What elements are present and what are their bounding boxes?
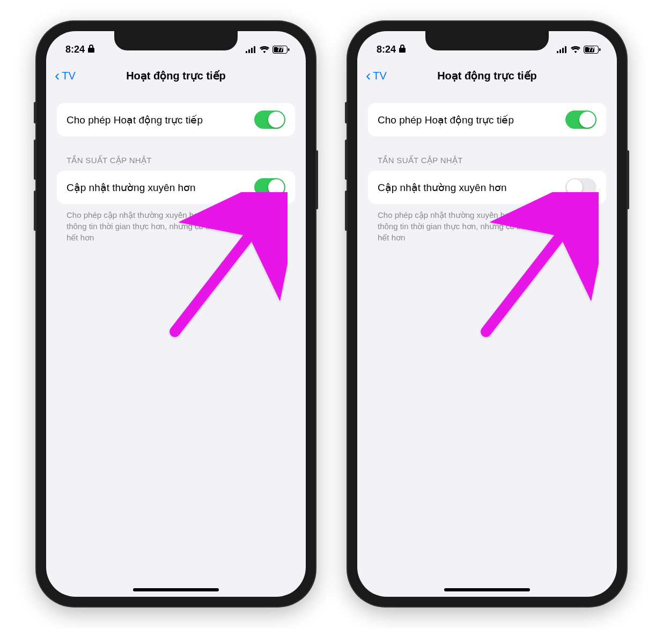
allow-live-activities-group: Cho phép Hoạt động trực tiếp <box>368 103 606 136</box>
screen: 8:24 77 ‹ TV Hoạt <box>46 31 306 597</box>
svg-rect-2 <box>251 48 253 53</box>
phone-volume-down <box>345 191 348 231</box>
more-frequent-updates-row[interactable]: Cập nhật thường xuyên hơn <box>368 171 606 204</box>
home-indicator[interactable] <box>444 588 530 591</box>
more-frequent-updates-toggle[interactable] <box>565 178 596 196</box>
update-frequency-group: Cập nhật thường xuyên hơn <box>368 171 606 204</box>
more-frequent-updates-toggle[interactable] <box>254 178 285 196</box>
more-frequent-updates-label: Cập nhật thường xuyên hơn <box>67 181 196 194</box>
update-frequency-footer: Cho phép cập nhật thường xuyên hơn để có… <box>57 204 295 243</box>
wifi-icon <box>260 46 269 53</box>
navigation-bar: ‹ TV Hoạt động trực tiếp <box>357 61 617 90</box>
more-frequent-updates-label: Cập nhật thường xuyên hơn <box>378 181 507 194</box>
status-time: 8:24 <box>65 44 85 55</box>
update-frequency-footer: Cho phép cập nhật thường xuyên hơn để có… <box>368 204 606 243</box>
notch <box>114 31 238 50</box>
home-indicator[interactable] <box>133 588 219 591</box>
battery-percent: 77 <box>277 47 283 53</box>
svg-rect-11 <box>565 46 566 53</box>
back-label: TV <box>62 70 76 82</box>
battery-icon: 77 <box>272 46 290 54</box>
svg-rect-6 <box>288 48 290 51</box>
toggle-knob <box>268 112 284 128</box>
cellular-signal-icon <box>557 46 568 53</box>
battery-icon: 77 <box>584 46 601 54</box>
allow-live-activities-label: Cho phép Hoạt động trực tiếp <box>378 114 514 126</box>
phone-power-button <box>315 150 318 209</box>
allow-live-activities-label: Cho phép Hoạt động trực tiếp <box>67 114 203 126</box>
navigation-bar: ‹ TV Hoạt động trực tiếp <box>46 61 306 90</box>
battery-percent: 77 <box>588 47 594 53</box>
back-label: TV <box>373 70 387 82</box>
screen: 8:24 77 ‹ TV Hoạt <box>357 31 617 597</box>
phone-volume-up <box>34 140 36 180</box>
cellular-signal-icon <box>246 46 256 53</box>
back-button[interactable]: ‹ TV <box>366 68 387 83</box>
phone-mockup-right: 8:24 77 ‹ TV Hoạt <box>348 21 627 606</box>
wifi-icon <box>571 46 580 53</box>
settings-content: Cho phép Hoạt động trực tiếp TẦN SUẤT CẬ… <box>357 90 617 243</box>
lock-icon <box>399 44 406 55</box>
toggle-knob <box>566 179 583 195</box>
notch <box>425 31 549 50</box>
toggle-knob <box>268 179 284 195</box>
page-title: Hoạt động trực tiếp <box>46 69 306 82</box>
update-frequency-header: TẦN SUẤT CẬP NHẬT <box>368 136 606 171</box>
phone-mute-switch <box>34 102 36 123</box>
update-frequency-header: TẦN SUẤT CẬP NHẬT <box>57 136 295 171</box>
more-frequent-updates-row[interactable]: Cập nhật thường xuyên hơn <box>57 171 295 204</box>
svg-rect-14 <box>599 48 601 51</box>
svg-rect-1 <box>248 49 250 53</box>
update-frequency-group: Cập nhật thường xuyên hơn <box>57 171 295 204</box>
allow-live-activities-group: Cho phép Hoạt động trực tiếp <box>57 103 295 136</box>
allow-live-activities-row[interactable]: Cho phép Hoạt động trực tiếp <box>57 103 295 136</box>
lock-icon <box>88 44 94 55</box>
phone-volume-up <box>345 140 348 180</box>
phone-volume-down <box>34 191 36 231</box>
svg-rect-3 <box>254 46 255 53</box>
allow-live-activities-toggle[interactable] <box>565 111 596 129</box>
svg-rect-10 <box>562 48 564 53</box>
status-time: 8:24 <box>377 44 396 55</box>
back-button[interactable]: ‹ TV <box>55 68 76 83</box>
allow-live-activities-toggle[interactable] <box>254 111 285 129</box>
toggle-knob <box>579 112 595 128</box>
phone-mute-switch <box>345 102 348 123</box>
allow-live-activities-row[interactable]: Cho phép Hoạt động trực tiếp <box>368 103 606 136</box>
svg-rect-8 <box>557 51 558 53</box>
svg-rect-0 <box>246 51 247 53</box>
settings-content: Cho phép Hoạt động trực tiếp TẦN SUẤT CẬ… <box>46 90 306 243</box>
chevron-left-icon: ‹ <box>55 68 60 83</box>
phone-power-button <box>627 150 629 209</box>
page-title: Hoạt động trực tiếp <box>357 69 617 82</box>
phone-mockup-left: 8:24 77 ‹ TV Hoạt <box>36 21 315 606</box>
svg-rect-9 <box>559 49 561 53</box>
chevron-left-icon: ‹ <box>366 68 371 83</box>
